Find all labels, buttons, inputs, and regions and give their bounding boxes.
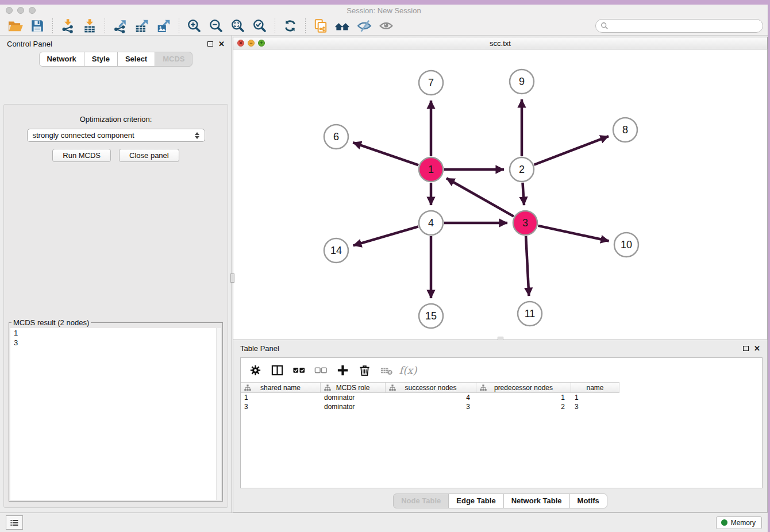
close-panel-icon[interactable]: ✕ [218,40,225,48]
edge-2-3[interactable] [522,183,524,205]
export-table-icon [134,18,149,33]
node-2[interactable]: 2 [510,157,534,182]
delete-column-button[interactable] [353,361,375,379]
export-network-button[interactable] [109,17,131,34]
node-11[interactable]: 11 [518,302,542,326]
cell-mcds-role[interactable]: dominator [321,394,386,402]
hide-selected-button[interactable] [353,17,375,34]
column-header-mcds-role[interactable]: MCDS role [321,383,386,392]
criterion-select[interactable]: strongly connected component [27,129,205,142]
add-column-button[interactable] [332,361,353,379]
node-10[interactable]: 10 [614,233,638,257]
attribute-tree-icon [480,384,487,391]
run-mcds-button[interactable]: Run MCDS [52,149,111,162]
new-network-documents-icon [313,18,328,33]
tab-style[interactable]: Style [84,52,118,67]
network-canvas[interactable]: 7968124314101511 [233,49,768,340]
cell-shared-name[interactable]: 3 [241,403,321,411]
save-floppy-icon [30,18,45,33]
column-header-predecessor-nodes[interactable]: predecessor nodes [476,383,571,392]
import-network-button[interactable] [57,17,79,34]
edge-3-10[interactable] [538,226,609,241]
select-all-checks-icon [292,364,306,377]
search-input[interactable] [611,21,758,30]
toolbar-separator [179,18,179,33]
control-panel-tabs: Network Style Select MCDS [0,52,232,67]
close-panel-button[interactable]: Close panel [119,149,179,162]
show-all-button[interactable] [375,17,397,34]
select-all-button[interactable] [288,361,310,379]
tab-network-table[interactable]: Network Table [503,494,570,508]
tab-mcds[interactable]: MCDS [155,52,192,67]
cell-successor-nodes[interactable]: 3 [386,403,476,411]
cell-name[interactable]: 1 [571,394,619,402]
edge-3-11[interactable] [526,236,529,296]
tab-node-table[interactable]: Node Table [393,494,449,508]
edge-2-8[interactable] [534,136,609,165]
column-header-successor-nodes[interactable]: successor nodes [386,383,476,392]
cell-successor-nodes[interactable]: 4 [386,394,476,402]
node-4[interactable]: 4 [419,211,443,235]
float-table-panel-icon[interactable] [743,346,749,351]
toolbar-separator [275,18,275,33]
node-9[interactable]: 9 [510,70,534,94]
memory-button[interactable]: Memory [716,516,762,529]
export-image-button[interactable] [153,17,175,34]
optimization-criterion-label: Optimization criterion: [4,115,228,124]
column-header-shared-name[interactable]: shared name [241,383,321,392]
node-label: 2 [519,164,525,175]
toolbar-separator [52,18,53,33]
open-session-button[interactable] [5,17,26,34]
cell-shared-name[interactable]: 1 [241,394,321,402]
zoom-in-button[interactable] [183,17,205,34]
fx-icon: f(x) [399,364,417,376]
table-row[interactable]: 3 dominator 3 2 3 [241,402,619,411]
import-table-button[interactable] [79,17,101,34]
result-scrollbar[interactable] [216,328,221,500]
plus-icon [336,364,349,377]
edge-4-14[interactable] [353,226,418,245]
new-network-from-selection-button[interactable] [310,17,332,34]
edge-3-1[interactable] [446,178,514,216]
cell-name[interactable]: 3 [571,403,619,411]
zoom-selected-button[interactable] [249,17,271,34]
node-14[interactable]: 14 [324,238,348,263]
tab-select[interactable]: Select [117,52,155,67]
refresh-button[interactable] [279,17,301,34]
network-window: ✕ − + scc.txt 7968124314101511 [233,37,768,340]
mcds-result-list[interactable]: 1 3 [10,328,221,500]
tab-network[interactable]: Network [39,52,84,67]
close-table-panel-icon[interactable]: ✕ [754,345,760,352]
table-settings-button[interactable] [244,361,266,379]
show-column-panel-button[interactable] [266,361,288,379]
export-network-icon [113,18,128,33]
function-builder-button-disabled: f(x) [397,361,419,379]
cell-mcds-role[interactable]: dominator [321,403,386,411]
node-3[interactable]: 3 [513,211,537,235]
tab-edge-table[interactable]: Edge Table [448,494,503,508]
memory-status-icon [721,519,727,526]
cell-predecessor-nodes[interactable]: 1 [476,394,571,402]
node-label: 15 [425,310,437,322]
node-8[interactable]: 8 [613,118,637,142]
zoom-out-button[interactable] [205,17,227,34]
zoom-fit-button[interactable] [227,17,249,34]
search-box[interactable] [595,19,763,33]
vertical-splitter-handle[interactable] [230,273,234,283]
float-panel-icon[interactable] [207,41,213,47]
node-1[interactable]: 1 [419,157,443,182]
column-header-name[interactable]: name [571,383,619,392]
table-row[interactable]: 1 dominator 4 1 1 [241,393,619,402]
deselect-all-button[interactable] [310,361,332,379]
node-6[interactable]: 6 [324,125,348,149]
save-session-button[interactable] [26,17,48,34]
task-history-button[interactable] [6,515,23,530]
export-table-button[interactable] [131,17,153,34]
cell-predecessor-nodes[interactable]: 2 [476,403,571,411]
node-label: 6 [333,131,339,142]
edge-1-6[interactable] [353,142,418,165]
node-15[interactable]: 15 [419,304,443,328]
first-neighbors-button[interactable] [332,17,353,34]
tab-motifs[interactable]: Motifs [569,494,607,508]
node-7[interactable]: 7 [419,71,443,95]
